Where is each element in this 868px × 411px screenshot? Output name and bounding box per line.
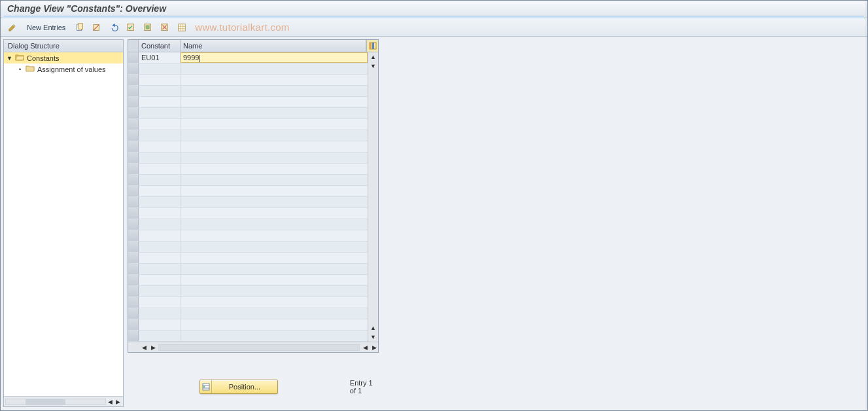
cell-name[interactable] <box>181 297 368 308</box>
table-row[interactable] <box>128 253 368 264</box>
table-row[interactable] <box>128 241 368 253</box>
cell-constant[interactable] <box>139 219 181 230</box>
row-selector[interactable] <box>128 331 139 341</box>
row-selector[interactable] <box>128 175 139 185</box>
cell-name[interactable] <box>181 75 368 85</box>
cell-constant[interactable] <box>139 230 181 241</box>
scroll-down-icon[interactable]: ▼ <box>368 332 378 342</box>
cell-constant[interactable] <box>139 208 181 219</box>
cell-name[interactable] <box>181 253 368 263</box>
grid-header-selector[interactable] <box>128 40 139 52</box>
scroll-left-icon[interactable]: ◀ <box>140 344 148 351</box>
grid-column-constant[interactable]: Constant <box>139 40 181 52</box>
row-selector[interactable] <box>128 141 139 152</box>
copy-as-icon[interactable] <box>73 21 86 34</box>
row-selector[interactable] <box>128 130 139 141</box>
table-row[interactable] <box>128 130 368 141</box>
cell-constant[interactable] <box>139 63 181 74</box>
table-row[interactable] <box>128 97 368 108</box>
cell-name[interactable] <box>181 331 368 341</box>
cell-constant[interactable] <box>139 97 181 107</box>
row-selector[interactable] <box>128 275 139 285</box>
cell-name[interactable] <box>181 164 368 174</box>
cell-constant[interactable] <box>139 175 181 185</box>
cell-constant[interactable] <box>139 130 181 141</box>
row-selector[interactable] <box>128 286 139 296</box>
sidebar-hscroll-track[interactable] <box>5 399 106 405</box>
cell-name[interactable] <box>181 141 368 152</box>
deselect-all-icon[interactable] <box>158 21 171 34</box>
row-selector[interactable] <box>128 230 139 241</box>
cell-name[interactable] <box>181 86 368 96</box>
tree-expand-icon[interactable]: ▼ <box>7 55 12 61</box>
row-selector[interactable] <box>128 108 139 118</box>
position-button[interactable]: Position... <box>200 380 278 394</box>
cell-constant[interactable] <box>139 253 181 263</box>
toggle-display-change-icon[interactable] <box>6 21 19 34</box>
cell-constant[interactable] <box>139 164 181 174</box>
table-row[interactable] <box>128 197 368 208</box>
scroll-right-icon[interactable]: ▶ <box>149 344 157 351</box>
table-row[interactable] <box>128 86 368 97</box>
row-selector[interactable] <box>128 75 139 85</box>
cell-name[interactable] <box>181 241 368 252</box>
scroll-down-icon[interactable]: ▼ <box>368 62 378 71</box>
cell-constant[interactable] <box>139 264 181 274</box>
cell-name[interactable] <box>181 175 368 185</box>
cell-name[interactable] <box>181 230 368 241</box>
cell-name[interactable] <box>181 219 368 230</box>
scroll-left-icon[interactable]: ◀ <box>361 344 369 351</box>
scroll-up-icon[interactable]: ▲ <box>368 323 378 332</box>
cell-constant[interactable] <box>139 119 181 130</box>
table-row[interactable] <box>128 141 368 152</box>
table-row[interactable] <box>128 119 368 130</box>
table-row[interactable] <box>128 297 368 308</box>
grid-vscroll-track[interactable] <box>368 71 378 323</box>
cell-constant[interactable]: EU01 <box>139 52 181 63</box>
cell-constant[interactable] <box>139 152 181 163</box>
table-row[interactable] <box>128 264 368 275</box>
cell-name[interactable] <box>181 119 368 130</box>
select-all-icon[interactable] <box>124 21 137 34</box>
cell-name[interactable] <box>181 108 368 118</box>
cell-name[interactable] <box>181 286 368 296</box>
scroll-left-icon[interactable]: ◀ <box>106 398 114 406</box>
grid-configure-icon[interactable] <box>366 40 378 52</box>
table-settings-icon[interactable] <box>175 21 188 34</box>
cell-name[interactable] <box>181 186 368 196</box>
grid-hscroll-track[interactable] <box>158 344 360 351</box>
cell-constant[interactable] <box>139 75 181 85</box>
row-selector[interactable] <box>128 86 139 96</box>
cell-constant[interactable] <box>139 108 181 118</box>
row-selector[interactable] <box>128 119 139 130</box>
table-row[interactable] <box>128 331 368 342</box>
table-row[interactable] <box>128 319 368 331</box>
row-selector[interactable] <box>128 219 139 230</box>
row-selector[interactable] <box>128 319 139 330</box>
row-selector[interactable] <box>128 197 139 207</box>
table-row[interactable] <box>128 275 368 286</box>
table-row[interactable] <box>128 219 368 230</box>
cell-constant[interactable] <box>139 241 181 252</box>
tree-node-constants[interactable]: ▼ Constants <box>4 52 123 63</box>
row-selector[interactable] <box>128 186 139 196</box>
row-selector[interactable] <box>128 253 139 263</box>
cell-name[interactable] <box>181 97 368 107</box>
delete-icon[interactable] <box>90 21 103 34</box>
grid-column-name[interactable]: Name <box>181 40 366 52</box>
cell-name[interactable] <box>181 63 368 74</box>
row-selector[interactable] <box>128 164 139 174</box>
cell-constant[interactable] <box>139 308 181 319</box>
scroll-right-icon[interactable]: ▶ <box>114 398 122 406</box>
row-selector[interactable] <box>128 97 139 107</box>
row-selector[interactable] <box>128 264 139 274</box>
row-selector[interactable] <box>128 297 139 308</box>
cell-constant[interactable] <box>139 141 181 152</box>
row-selector[interactable] <box>128 63 139 74</box>
select-block-icon[interactable] <box>141 21 154 34</box>
table-row[interactable] <box>128 164 368 175</box>
sidebar-hscroll-thumb[interactable] <box>26 399 65 404</box>
cell-name[interactable] <box>181 319 368 330</box>
row-selector[interactable] <box>128 241 139 252</box>
row-selector[interactable] <box>128 308 139 319</box>
